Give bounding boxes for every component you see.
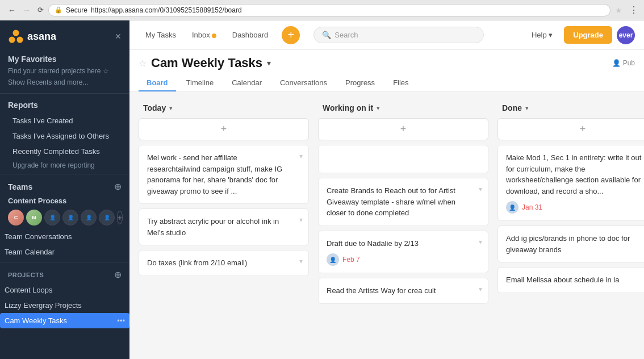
team-content-process[interactable]: Content Process (0, 194, 129, 207)
more-options-icon[interactable]: ••• (117, 316, 125, 325)
nav-tabs-left: My Tasks Inbox Dashboard + (139, 26, 304, 44)
url-bar[interactable]: 🔒 Secure https://app.asana.com/0/3109525… (48, 4, 610, 16)
extensions-icon[interactable]: ⋮ (629, 5, 638, 15)
asana-logo[interactable]: asana (8, 28, 56, 44)
main-content: My Tasks Inbox Dashboard + 🔍 Search Help… (129, 20, 644, 359)
card-email-melissa[interactable]: ▾ Email Melissa about schedule in la (497, 267, 644, 293)
board-columns: Today ▾ + ▾ Mel work - send her affiliat… (139, 101, 644, 350)
tab-conversations[interactable]: Conversations (272, 75, 335, 91)
upgrade-button[interactable]: Upgrade (564, 26, 612, 44)
card-avatar: 👤 (506, 201, 518, 214)
find-starred-text[interactable]: Find your starred projects here ☆ (0, 66, 129, 77)
browser-nav[interactable]: ← → (6, 5, 33, 16)
collaborators-button[interactable]: 👤 Pub (612, 59, 635, 67)
sidebar-item-team-calendar[interactable]: Team Calendar (0, 244, 129, 260)
avatar-6: 👤 (99, 210, 115, 226)
sidebar-item-cam-weekly[interactable]: Cam Weekly Tasks ••• (0, 313, 129, 328)
upgrade-reporting-link[interactable]: Upgrade for more reporting (8, 159, 122, 172)
card-chevron-icon[interactable]: ▾ (479, 238, 482, 246)
card-add-ig-pics[interactable]: ▾ Add ig pics/brands in phone to doc for… (497, 226, 644, 262)
divider-3 (0, 262, 129, 262)
search-icon: 🔍 (322, 31, 331, 39)
svg-point-0 (13, 30, 19, 36)
card-do-taxes[interactable]: ▾ Do taxes (link from 2/10 email) (139, 250, 309, 276)
card-meta: 👤 Feb 7 (327, 253, 480, 266)
card-text: Draft due to Nadalie by 2/13 (327, 238, 480, 249)
teams-add-button[interactable]: ⊕ (114, 181, 122, 192)
tab-board[interactable]: Board (139, 75, 176, 91)
card-chevron-icon[interactable]: ▾ (299, 257, 303, 265)
user-avatar[interactable]: ever (617, 26, 635, 44)
card-draft-nadalie[interactable]: ▾ Draft due to Nadalie by 2/13 👤 Feb 7 (318, 231, 488, 274)
card-chevron-icon[interactable]: ▾ (299, 152, 303, 160)
reports-section: Reports Tasks I've Created Tasks I've As… (0, 96, 129, 172)
sidebar-item-content-loops[interactable]: Content Loops (0, 282, 129, 298)
card-text: Read the Artists Way for crea cult (327, 285, 480, 297)
column-done-header: Done ▾ (497, 101, 644, 118)
teams-title: Teams (8, 182, 32, 191)
sidebar-item-tasks-created[interactable]: Tasks I've Created (8, 113, 122, 128)
column-done: Done ▾ + ▾ Make Mod 1, Sec 1 in entirety… (497, 101, 644, 350)
forward-button[interactable]: → (20, 5, 33, 16)
bookmark-star-icon[interactable]: ★ (615, 6, 622, 15)
tab-calendar[interactable]: Calendar (224, 75, 270, 91)
card-text: Email Melissa about schedule in la (506, 274, 644, 286)
divider-1 (0, 93, 129, 94)
board-area: Today ▾ + ▾ Mel work - send her affiliat… (129, 92, 644, 359)
show-recents-link[interactable]: Show Recents and more... (0, 77, 129, 91)
column-working: Working on it ▾ + ▾ Create Brands to Rea… (318, 101, 488, 350)
projects-add-button[interactable]: ⊕ (114, 269, 122, 280)
project-tabs-row: Board Timeline Calendar Conversations Pr… (139, 75, 635, 91)
tasks-assigned-label: Tasks I've Assigned to Others (12, 132, 109, 140)
column-done-add-button[interactable]: + (497, 118, 644, 140)
add-member-button[interactable]: + (117, 211, 123, 224)
card-chevron-icon[interactable]: ▾ (479, 285, 482, 293)
add-task-button[interactable]: + (282, 26, 300, 44)
project-star-icon[interactable]: ☆ (139, 58, 147, 69)
card-create-brands[interactable]: ▾ Create Brands to Reach out to for Arti… (318, 178, 488, 226)
team-calendar-label: Team Calendar (5, 248, 55, 256)
column-today: Today ▾ + ▾ Mel work - send her affiliat… (139, 101, 309, 350)
card-artists-way[interactable]: ▾ Read the Artists Way for crea cult (318, 278, 488, 304)
card-mel-work[interactable]: ▾ Mel work - send her affiliate research… (139, 145, 309, 204)
search-box[interactable]: 🔍 Search (313, 27, 484, 43)
column-today-header: Today ▾ (139, 101, 309, 118)
help-button[interactable]: Help ▾ (525, 27, 559, 43)
card-chevron-icon[interactable]: ▾ (299, 216, 303, 224)
card-chevron-icon[interactable]: ▾ (479, 185, 482, 193)
sidebar-item-team-conversations[interactable]: Team Conversations (0, 229, 129, 244)
column-today-chevron-icon[interactable]: ▾ (169, 105, 173, 112)
sidebar-item-tasks-assigned[interactable]: Tasks I've Assigned to Others (8, 128, 122, 144)
refresh-button[interactable]: ⟳ (37, 6, 44, 14)
card-abstract-acrylic[interactable]: ▾ Try abstract acrylic pour or alcohol i… (139, 208, 309, 245)
column-today-add-button[interactable]: + (139, 118, 309, 140)
project-title-row: ☆ Cam Weekly Tasks ▾ 👤 Pub (139, 56, 635, 75)
card-make-mod1[interactable]: ▾ Make Mod 1, Sec 1 in entirety: write i… (497, 145, 644, 221)
dashboard-tab[interactable]: Dashboard (225, 27, 275, 43)
project-title-chevron-icon[interactable]: ▾ (267, 59, 271, 68)
back-button[interactable]: ← (6, 5, 18, 16)
lizzy-evergray-label: Lizzy Evergray Projects (5, 301, 82, 310)
tab-progress[interactable]: Progress (337, 75, 383, 91)
sidebar-item-recently-completed[interactable]: Recently Completed Tasks (8, 144, 122, 159)
tasks-created-label: Tasks I've Created (12, 116, 73, 125)
column-working-add-button[interactable]: + (318, 118, 488, 140)
card-empty-1 (318, 145, 488, 173)
projects-header: PROJECTS ⊕ (0, 265, 129, 282)
my-tasks-tab[interactable]: My Tasks (139, 27, 183, 43)
search-placeholder: Search (334, 31, 358, 39)
asana-logo-text: asana (27, 31, 56, 43)
sidebar-item-lizzy-evergray[interactable]: Lizzy Evergray Projects (0, 298, 129, 313)
avatar-1: C (8, 210, 24, 226)
card-text: Create Brands to Reach out to for Artist… (327, 185, 480, 219)
cam-weekly-label: Cam Weekly Tasks (5, 316, 67, 325)
project-tabs: Board Timeline Calendar Conversations Pr… (139, 75, 417, 91)
tab-timeline[interactable]: Timeline (178, 75, 222, 91)
tab-files[interactable]: Files (385, 75, 416, 91)
sidebar-close-button[interactable]: ✕ (115, 32, 122, 41)
column-working-chevron-icon[interactable]: ▾ (377, 105, 380, 112)
top-nav: My Tasks Inbox Dashboard + 🔍 Search Help… (129, 20, 644, 50)
inbox-tab[interactable]: Inbox (185, 27, 223, 43)
column-done-chevron-icon[interactable]: ▾ (525, 105, 529, 112)
nav-right: Help ▾ Upgrade ever (525, 26, 635, 44)
